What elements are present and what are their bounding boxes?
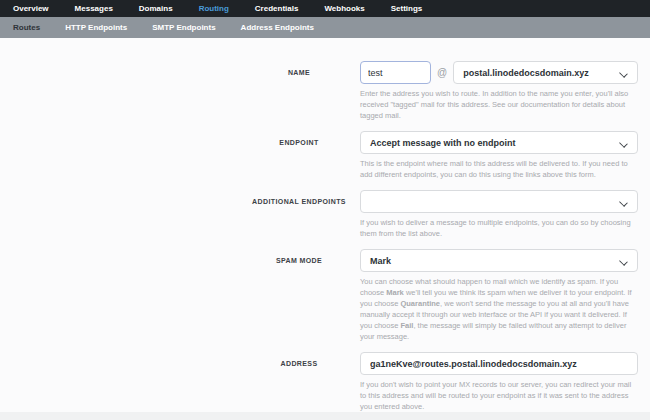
endpoint-select-value: Accept message with no endpoint — [370, 138, 516, 148]
chevron-down-icon — [620, 69, 628, 77]
tab-settings[interactable]: Settings — [391, 4, 423, 13]
bottom-strip — [0, 412, 650, 420]
endpoint-help-text: This is the endpoint where mail to this … — [360, 158, 638, 180]
address-row: ADDRESS If you don't wish to point your … — [246, 352, 638, 420]
tab-webhooks[interactable]: Webhooks — [324, 4, 364, 13]
address-label: ADDRESS — [246, 359, 352, 368]
spam-mode-label: SPAM MODE — [246, 256, 352, 265]
domain-select-value: postal.linodedocsdomain.xyz — [463, 68, 589, 78]
domain-select[interactable]: postal.linodedocsdomain.xyz — [453, 61, 638, 84]
route-name-input[interactable] — [360, 61, 431, 84]
name-label: NAME — [246, 68, 352, 77]
name-help-text: Enter the address you wish to route. In … — [360, 88, 638, 121]
endpoint-label: ENDPOINT — [246, 138, 352, 147]
tab-domains[interactable]: Domains — [139, 4, 173, 13]
chevron-down-icon — [620, 198, 628, 206]
additional-endpoints-select[interactable] — [360, 190, 638, 213]
tab-routing[interactable]: Routing — [199, 4, 229, 13]
tab-credentials[interactable]: Credentials — [255, 4, 299, 13]
tab-overview[interactable]: Overview — [13, 4, 49, 13]
chevron-down-icon — [620, 257, 628, 265]
additional-endpoints-help-text: If you wish to deliver a message to mult… — [360, 217, 638, 239]
endpoint-row: ENDPOINT Accept message with no endpoint… — [246, 131, 638, 190]
address-help-text: If you don't wish to point your MX recor… — [360, 379, 638, 412]
spam-mode-select-value: Mark — [370, 256, 391, 266]
top-navigation: Overview Messages Domains Routing Creden… — [0, 0, 650, 17]
subtab-smtp-endpoints[interactable]: SMTP Endpoints — [152, 23, 215, 32]
routing-sub-navigation: Routes HTTP Endpoints SMTP Endpoints Add… — [0, 17, 650, 38]
tab-messages[interactable]: Messages — [75, 4, 113, 13]
endpoint-select[interactable]: Accept message with no endpoint — [360, 131, 638, 154]
at-symbol: @ — [431, 67, 453, 78]
additional-endpoints-row: ADDITIONAL ENDPOINTS If you wish to deli… — [246, 190, 638, 249]
route-form: NAME @ postal.linodedocsdomain.xyz Enter… — [246, 61, 638, 420]
subtab-address-endpoints[interactable]: Address Endpoints — [241, 23, 314, 32]
name-row: NAME @ postal.linodedocsdomain.xyz Enter… — [246, 61, 638, 131]
spam-mode-row: SPAM MODE Mark You can choose what shoul… — [246, 249, 638, 352]
chevron-down-icon — [620, 139, 628, 147]
subtab-http-endpoints[interactable]: HTTP Endpoints — [65, 23, 127, 32]
spam-mode-help-text: You can choose what should happen to mai… — [360, 276, 638, 342]
subtab-routes[interactable]: Routes — [13, 23, 40, 32]
route-address-input[interactable] — [360, 352, 638, 375]
route-edit-content: NAME @ postal.linodedocsdomain.xyz Enter… — [0, 38, 650, 420]
spam-mode-select[interactable]: Mark — [360, 249, 638, 272]
additional-endpoints-label: ADDITIONAL ENDPOINTS — [246, 197, 352, 206]
